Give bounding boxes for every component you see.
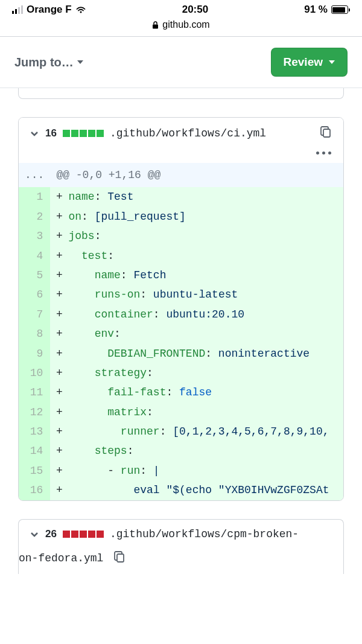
hunk-header-row: ... @@ -0,0 +1,16 @@: [19, 163, 343, 187]
diff-marker: +: [50, 344, 68, 363]
file-path-line2[interactable]: on-fedora.yml: [19, 552, 103, 564]
diff-stat-blocks: [63, 130, 104, 137]
url-bar[interactable]: github.com: [0, 17, 362, 37]
diff-marker: +: [50, 403, 68, 422]
wifi-icon: [75, 5, 86, 14]
collapse-toggle[interactable]: [30, 129, 39, 138]
line-number[interactable]: 12: [19, 403, 50, 422]
diff-line-added: 2+on: [pull_request]: [19, 207, 343, 226]
line-number[interactable]: 11: [19, 383, 50, 402]
copy-path-button[interactable]: [320, 126, 331, 141]
diff-line-added: 11+ fail-fast: false: [19, 383, 343, 402]
code-content[interactable]: steps:: [68, 441, 343, 461]
line-number[interactable]: 9: [19, 344, 50, 363]
diff-marker: +: [50, 422, 68, 441]
code-content[interactable]: DEBIAN_FRONTEND: noninteractive: [68, 344, 343, 363]
svg-rect-1: [323, 129, 330, 137]
lock-icon: [152, 21, 159, 29]
code-content[interactable]: runs-on: ubuntu-latest: [68, 285, 343, 304]
code-content[interactable]: name: Test: [68, 187, 343, 206]
review-label: Review: [284, 56, 323, 69]
url-host: github.com: [162, 19, 209, 30]
code-content[interactable]: runner: [0,1,2,3,4,5,6,7,8,9,10,: [68, 422, 343, 441]
expand-hunk[interactable]: ...: [19, 163, 50, 187]
line-number[interactable]: 14: [19, 441, 50, 461]
status-right: 91 %: [304, 4, 350, 16]
file-card-cpm-broken: 26 .github/workflows/cpm-broken- on-fedo…: [18, 519, 344, 574]
line-number[interactable]: 3: [19, 226, 50, 246]
diff-line-added: 15+ - run: |: [19, 461, 343, 480]
diff-line-added: 1+name: Test: [19, 187, 343, 206]
code-content[interactable]: name: Fetch: [68, 266, 343, 285]
diff-table: ... @@ -0,0 +1,16 @@ 1+name: Test2+on: […: [19, 163, 343, 500]
diff-marker: +: [50, 480, 68, 500]
diff-marker: +: [50, 461, 68, 480]
code-content[interactable]: matrix:: [68, 403, 343, 422]
line-number[interactable]: 10: [19, 363, 50, 383]
line-number[interactable]: 13: [19, 422, 50, 441]
file-path-line1[interactable]: .github/workflows/cpm-broken-: [110, 528, 299, 540]
collapse-toggle[interactable]: [30, 529, 39, 539]
diff-marker: +: [50, 266, 68, 285]
diff-line-added: 14+ steps:: [19, 441, 343, 461]
file-menu-button[interactable]: [316, 151, 331, 155]
line-number[interactable]: 8: [19, 324, 50, 343]
diff-marker: +: [50, 226, 68, 246]
diff-line-added: 10+ strategy:: [19, 363, 343, 383]
diff-line-added: 13+ runner: [0,1,2,3,4,5,6,7,8,9,10,: [19, 422, 343, 441]
line-number[interactable]: 7: [19, 305, 50, 324]
diff-line-added: 16+ eval "$(echo "YXB0IHVwZGF0ZSAt: [19, 480, 343, 500]
diff-marker: +: [50, 187, 68, 206]
code-content[interactable]: test:: [68, 246, 343, 266]
diff-line-added: 9+ DEBIAN_FRONTEND: noninteractive: [19, 344, 343, 363]
caret-down-icon: [77, 60, 83, 64]
diff-marker: +: [50, 363, 68, 383]
battery-percent: 91 %: [304, 4, 328, 16]
diff-line-added: 12+ matrix:: [19, 403, 343, 422]
file-path[interactable]: .github/workflows/ci.yml: [110, 127, 266, 139]
carrier-label: Orange F: [27, 4, 72, 16]
status-bar: Orange F 20:50 91 %: [0, 0, 362, 17]
previous-file-card-bottom: [18, 88, 344, 99]
diff-marker: +: [50, 324, 68, 343]
code-content[interactable]: - run: |: [68, 461, 343, 480]
diff-marker: +: [50, 383, 68, 402]
review-button[interactable]: Review: [271, 48, 348, 77]
code-content[interactable]: jobs:: [68, 226, 343, 246]
diff-stat-blocks: [63, 531, 104, 538]
line-number[interactable]: 6: [19, 285, 50, 304]
svg-rect-0: [153, 24, 158, 28]
code-content[interactable]: container: ubuntu:20.10: [68, 305, 343, 324]
jump-to-button[interactable]: Jump to…: [14, 56, 83, 69]
line-number[interactable]: 4: [19, 246, 50, 266]
code-content[interactable]: on: [pull_request]: [68, 207, 343, 226]
status-left: Orange F: [12, 4, 86, 16]
diff-line-added: 4+ test:: [19, 246, 343, 266]
line-number[interactable]: 1: [19, 187, 50, 206]
diff-marker: +: [50, 441, 68, 461]
copy-path-button[interactable]: [114, 551, 125, 566]
code-content[interactable]: env:: [68, 324, 343, 343]
line-number[interactable]: 16: [19, 480, 50, 500]
hunk-header: @@ -0,0 +1,16 @@: [50, 163, 343, 187]
line-number[interactable]: 5: [19, 266, 50, 285]
diff-line-added: 8+ env:: [19, 324, 343, 343]
line-number[interactable]: 15: [19, 461, 50, 480]
change-count: 26: [45, 528, 57, 540]
file-header: 16 .github/workflows/ci.yml: [19, 118, 343, 163]
code-content[interactable]: eval "$(echo "YXB0IHVwZGF0ZSAt: [68, 480, 343, 500]
svg-rect-2: [117, 554, 124, 562]
caret-down-icon: [329, 60, 335, 64]
diff-marker: +: [50, 285, 68, 304]
code-content[interactable]: fail-fast: false: [68, 383, 343, 402]
line-number[interactable]: 2: [19, 207, 50, 226]
file-header: 26 .github/workflows/cpm-broken- on-fedo…: [19, 520, 343, 574]
diff-marker: +: [50, 246, 68, 266]
signal-icon: [12, 5, 23, 14]
status-time: 20:50: [182, 4, 208, 16]
diff-line-added: 5+ name: Fetch: [19, 266, 343, 285]
file-card-ci-yml: 16 .github/workflows/ci.yml ... @@ -0,0 …: [18, 117, 344, 501]
code-content[interactable]: strategy:: [68, 363, 343, 383]
diff-line-added: 6+ runs-on: ubuntu-latest: [19, 285, 343, 304]
diff-line-added: 7+ container: ubuntu:20.10: [19, 305, 343, 324]
